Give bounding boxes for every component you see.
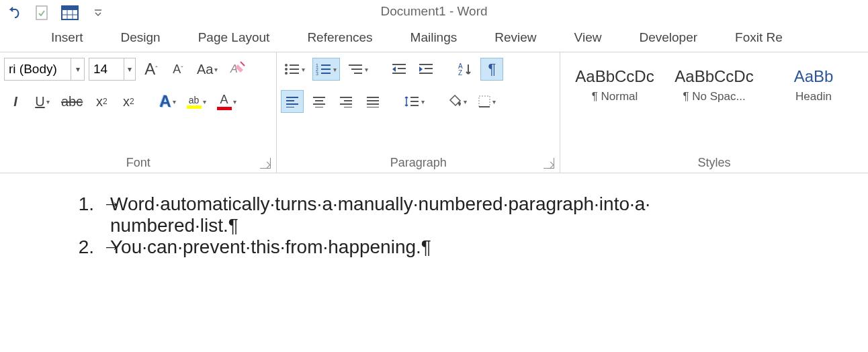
- svg-text:Z: Z: [458, 69, 462, 77]
- tab-design[interactable]: Design: [102, 25, 179, 52]
- chevron-down-icon[interactable]: ▾: [71, 58, 84, 80]
- shrink-font-button[interactable]: Aˇ: [167, 58, 189, 81]
- group-styles-label: Styles: [564, 152, 864, 173]
- underline-button[interactable]: U▾: [31, 90, 54, 113]
- group-font-label: Font: [4, 152, 272, 173]
- strikethrough-button[interactable]: abc: [58, 90, 86, 113]
- font-dialog-launcher[interactable]: [260, 158, 271, 169]
- shading-button[interactable]: ▾: [444, 90, 470, 113]
- clear-formatting-button[interactable]: A: [225, 58, 249, 81]
- group-paragraph-label: Paragraph: [281, 152, 556, 173]
- superscript-button[interactable]: x2: [117, 90, 140, 113]
- tab-insert[interactable]: Insert: [32, 25, 102, 52]
- style-normal[interactable]: AaBbCcDc ¶ Normal: [571, 67, 658, 103]
- list-item: 1. → Word·automatically·turns·a·manually…: [67, 193, 868, 215]
- chevron-down-icon[interactable]: ▾: [124, 58, 135, 80]
- list-text[interactable]: numbered·list.¶: [110, 215, 238, 236]
- highlight-button[interactable]: ab▾: [183, 90, 210, 113]
- group-styles: AaBbCcDc ¶ Normal AaBbCcDc ¶ No Spac... …: [560, 52, 868, 173]
- align-right-button[interactable]: [335, 90, 357, 113]
- group-paragraph: ▾ 123▾ ▾ AZ: [277, 52, 560, 173]
- list-number: 1.: [67, 193, 102, 215]
- justify-button[interactable]: [361, 90, 384, 113]
- ribbon: ▾ ▾ Aˆ Aˇ Aa▾ A I U▾ abc x2 x2: [0, 52, 868, 173]
- text-effects-button[interactable]: A▾: [156, 90, 179, 113]
- svg-rect-0: [36, 6, 47, 19]
- list-text[interactable]: Word·automatically·turns·a·manually·numb…: [110, 193, 650, 215]
- paragraph-dialog-launcher[interactable]: [544, 158, 554, 169]
- svg-rect-50: [479, 96, 490, 107]
- quick-access-toolbar: [0, 0, 868, 26]
- tab-developer[interactable]: Developer: [620, 25, 716, 52]
- borders-button[interactable]: ▾: [474, 90, 499, 113]
- style-heading[interactable]: AaBb Headin: [770, 67, 857, 103]
- tab-page-layout[interactable]: Page Layout: [179, 25, 289, 52]
- align-left-button[interactable]: [281, 90, 304, 113]
- sort-button[interactable]: AZ: [453, 58, 476, 81]
- svg-text:A: A: [230, 63, 238, 75]
- document-body[interactable]: 1. → Word·automatically·turns·a·manually…: [0, 173, 868, 258]
- tab-view[interactable]: View: [556, 25, 621, 52]
- svg-point-8: [285, 64, 288, 67]
- bullets-button[interactable]: ▾: [281, 58, 308, 81]
- svg-text:3: 3: [316, 71, 318, 76]
- font-size-input[interactable]: [89, 62, 124, 77]
- grow-font-button[interactable]: Aˆ: [140, 58, 163, 81]
- show-hide-marks-button[interactable]: ¶: [480, 58, 503, 81]
- document-check-icon[interactable]: [32, 3, 51, 22]
- font-color-button[interactable]: A▾: [214, 90, 240, 113]
- multilevel-list-button[interactable]: ▾: [344, 58, 372, 81]
- list-item-continuation: numbered·list.¶: [67, 215, 868, 236]
- increase-indent-button[interactable]: [415, 58, 437, 81]
- svg-point-9: [285, 68, 288, 71]
- numbering-button[interactable]: 123▾: [312, 58, 340, 81]
- change-case-button[interactable]: Aa▾: [193, 58, 221, 81]
- tab-foxit[interactable]: Foxit Re: [716, 25, 801, 52]
- undo-icon[interactable]: [4, 3, 23, 22]
- style-no-spacing[interactable]: AaBbCcDc ¶ No Spac...: [670, 67, 758, 103]
- list-number: 2.: [67, 236, 102, 258]
- subscript-button[interactable]: x2: [90, 90, 113, 113]
- group-font: ▾ ▾ Aˆ Aˇ Aa▾ A I U▾ abc x2 x2: [0, 52, 277, 173]
- list-text[interactable]: You·can·prevent·this·from·happening.¶: [110, 236, 431, 258]
- font-name-input[interactable]: [5, 62, 71, 77]
- customize-qat-icon[interactable]: [89, 3, 107, 22]
- line-spacing-button[interactable]: ▾: [400, 90, 428, 113]
- decrease-indent-button[interactable]: [388, 58, 410, 81]
- table-icon[interactable]: [60, 3, 79, 22]
- font-name-combo[interactable]: ▾: [4, 58, 85, 81]
- font-size-combo[interactable]: ▾: [89, 58, 136, 81]
- list-item: 2. → You·can·prevent·this·from·happening…: [67, 236, 868, 258]
- bold-button[interactable]: I: [4, 90, 27, 113]
- svg-rect-2: [62, 6, 78, 10]
- ribbon-tabs: Insert Design Page Layout References Mai…: [0, 26, 868, 52]
- align-center-button[interactable]: [308, 90, 331, 113]
- tab-references[interactable]: References: [288, 25, 391, 52]
- svg-point-10: [285, 72, 288, 75]
- tab-mailings[interactable]: Mailings: [392, 25, 476, 52]
- tab-review[interactable]: Review: [476, 25, 555, 52]
